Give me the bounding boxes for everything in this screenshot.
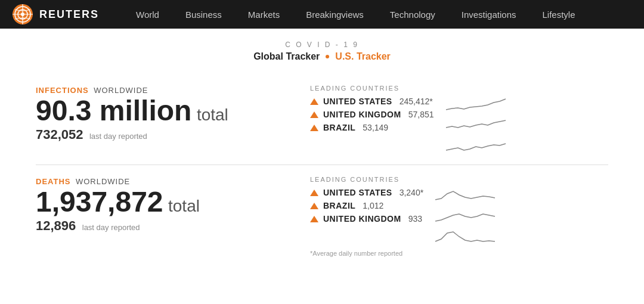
deaths-footnote: *Average daily number reported	[310, 250, 608, 257]
infections-country-rows: UNITED STATES 245,412* UNITED KINGDOM 57…	[310, 97, 434, 132]
deaths-country-value-1: 1,012	[363, 201, 383, 210]
main-content: C O V I D - 1 9 Global Tracker U.S. Trac…	[0, 29, 644, 274]
infections-country-value-1: 57,851	[408, 110, 434, 119]
infections-left: INFECTIONS WORLDWIDE 90.3 million total …	[36, 85, 310, 142]
deaths-sparklines	[435, 188, 495, 245]
deaths-country-rows: UNITED STATES 3,240* BRAZIL 1,012 UN	[310, 188, 423, 224]
deaths-country-row-1: BRAZIL 1,012	[310, 201, 423, 210]
dot-separator	[326, 55, 329, 58]
infections-country-name-1: UNITED KINGDOM	[323, 110, 401, 119]
nav-business[interactable]: Business	[172, 0, 235, 29]
nav-technology[interactable]: Technology	[377, 0, 448, 29]
deaths-sub-number: 12,896	[36, 218, 76, 233]
deaths-big-number: 1,937,872	[36, 186, 163, 218]
infections-total-label: total	[197, 106, 228, 124]
infections-type-row: INFECTIONS WORLDWIDE	[36, 85, 286, 95]
deaths-type-row: DEATHS WORLDWIDE	[36, 176, 286, 187]
infections-right: LEADING COUNTRIES UNITED STATES 245,412*…	[310, 85, 608, 154]
nav-markets[interactable]: Markets	[235, 0, 293, 29]
deaths-country-row-0: UNITED STATES 3,240*	[310, 188, 423, 197]
deaths-country-name-2: UNITED KINGDOM	[323, 214, 401, 224]
infections-sparkline-brazil	[446, 137, 506, 154]
infections-country-row-2: BRAZIL 53,149	[310, 123, 434, 132]
deaths-sub-label: last day reported	[82, 223, 140, 232]
deaths-worldwide-label: WORLDWIDE	[76, 177, 130, 186]
deaths-country-row-2: UNITED KINGDOM 933	[310, 214, 423, 224]
deaths-sub-row: 12,896 last day reported	[36, 218, 286, 234]
deaths-country-name-0: UNITED STATES	[323, 188, 392, 197]
infections-sparkline-uk	[446, 117, 506, 134]
infections-country-name-2: BRAZIL	[323, 123, 355, 132]
global-tracker-link[interactable]: Global Tracker	[253, 51, 320, 62]
deaths-big-number-row: 1,937,872 total	[36, 187, 286, 218]
covid-header: C O V I D - 1 9 Global Tracker U.S. Trac…	[36, 41, 608, 62]
triangle-up-icon	[310, 98, 318, 105]
deaths-total-label: total	[168, 197, 200, 215]
covid-label: C O V I D - 1 9	[36, 41, 608, 49]
infections-country-value-2: 53,149	[363, 123, 388, 132]
deaths-right: LEADING COUNTRIES UNITED STATES 3,240* B…	[310, 176, 608, 257]
infections-sub-row: 732,052 last day reported	[36, 127, 286, 142]
infections-section: INFECTIONS WORLDWIDE 90.3 million total …	[36, 74, 608, 165]
reuters-logo-icon	[12, 4, 33, 25]
deaths-sparkline-brazil	[435, 208, 495, 225]
infections-country-value-0: 245,412*	[400, 97, 433, 106]
deaths-type-label: DEATHS	[36, 177, 70, 186]
logo-area[interactable]: REUTERS	[12, 4, 99, 25]
nav-lifestyle[interactable]: Lifestyle	[529, 0, 588, 29]
deaths-sparkline-uk	[435, 228, 495, 245]
tracker-links: Global Tracker U.S. Tracker	[36, 51, 608, 62]
infections-sparklines	[446, 97, 506, 154]
deaths-country-name-1: BRAZIL	[323, 201, 355, 210]
nav-links: World Business Markets Breakingviews Tec…	[123, 0, 632, 29]
infections-leading-label: LEADING COUNTRIES	[310, 85, 608, 92]
triangle-up-icon	[310, 203, 318, 209]
infections-type-label: INFECTIONS	[36, 86, 89, 95]
deaths-section: DEATHS WORLDWIDE 1,937,872 total 12,896 …	[36, 165, 608, 268]
infections-sub-label: last day reported	[89, 132, 147, 141]
deaths-sparkline-us	[435, 188, 495, 204]
logo-text: REUTERS	[39, 8, 99, 21]
deaths-left: DEATHS WORLDWIDE 1,937,872 total 12,896 …	[36, 176, 310, 234]
infections-big-number: 90.3 million	[36, 95, 191, 126]
sections: INFECTIONS WORLDWIDE 90.3 million total …	[36, 74, 608, 268]
us-tracker-link[interactable]: U.S. Tracker	[335, 51, 391, 62]
infections-big-number-row: 90.3 million total	[36, 95, 286, 127]
triangle-up-icon	[310, 190, 318, 196]
infections-country-row-1: UNITED KINGDOM 57,851	[310, 110, 434, 119]
infections-sparkline-us	[446, 97, 506, 113]
infections-country-name-0: UNITED STATES	[323, 97, 392, 106]
nav-investigations[interactable]: Investigations	[448, 0, 530, 29]
deaths-leading-label: LEADING COUNTRIES	[310, 176, 608, 183]
infections-worldwide-label: WORLDWIDE	[94, 86, 148, 95]
deaths-country-value-0: 3,240*	[400, 188, 423, 197]
infections-country-row-0: UNITED STATES 245,412*	[310, 97, 434, 106]
nav-breakingviews[interactable]: Breakingviews	[293, 0, 377, 29]
triangle-up-icon	[310, 125, 318, 131]
nav-world[interactable]: World	[123, 0, 172, 29]
triangle-up-icon	[310, 216, 318, 222]
triangle-up-icon	[310, 111, 318, 118]
deaths-country-value-2: 933	[408, 214, 422, 224]
infections-sub-number: 732,052	[36, 127, 83, 142]
navigation: REUTERS World Business Markets Breakingv…	[0, 0, 644, 29]
